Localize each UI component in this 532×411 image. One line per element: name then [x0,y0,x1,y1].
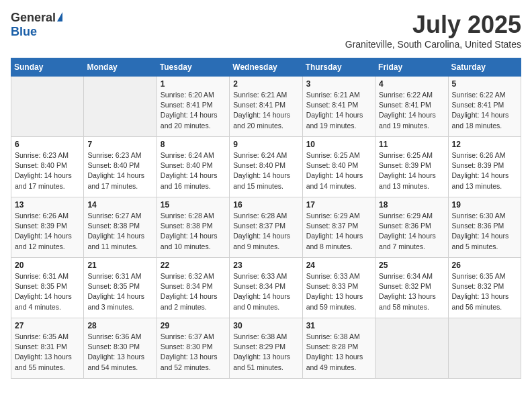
day-number: 18 [379,200,444,210]
logo-triangle-icon [57,12,62,21]
month-title: July 2025 [345,11,521,39]
location-title: Graniteville, South Carolina, United Sta… [345,39,521,50]
calendar-cell: 25Sunrise: 6:34 AM Sunset: 8:32 PM Dayli… [375,258,448,318]
calendar-week-4: 20Sunrise: 6:31 AM Sunset: 8:35 PM Dayli… [11,258,521,318]
calendar-week-3: 13Sunrise: 6:26 AM Sunset: 8:39 PM Dayli… [11,197,521,258]
calendar-cell: 2Sunrise: 6:21 AM Sunset: 8:41 PM Daylig… [230,77,302,137]
calendar-cell: 14Sunrise: 6:27 AM Sunset: 8:38 PM Dayli… [84,197,157,258]
calendar-cell: 3Sunrise: 6:21 AM Sunset: 8:41 PM Daylig… [302,77,375,137]
day-number: 26 [452,261,517,270]
calendar-cell: 26Sunrise: 6:35 AM Sunset: 8:32 PM Dayli… [448,258,521,318]
logo: General Blue [11,11,62,39]
calendar-cell: 8Sunrise: 6:24 AM Sunset: 8:40 PM Daylig… [157,137,229,197]
calendar-cell: 7Sunrise: 6:23 AM Sunset: 8:40 PM Daylig… [84,137,157,197]
calendar-cell: 30Sunrise: 6:38 AM Sunset: 8:29 PM Dayli… [230,318,302,379]
day-detail: Sunrise: 6:35 AM Sunset: 8:31 PM Dayligh… [15,332,80,373]
calendar-week-5: 27Sunrise: 6:35 AM Sunset: 8:31 PM Dayli… [11,318,521,379]
day-number: 19 [452,200,517,210]
day-number: 20 [15,261,80,270]
day-detail: Sunrise: 6:23 AM Sunset: 8:40 PM Dayligh… [15,150,80,191]
calendar-cell: 17Sunrise: 6:29 AM Sunset: 8:37 PM Dayli… [302,197,375,258]
day-detail: Sunrise: 6:27 AM Sunset: 8:38 PM Dayligh… [87,211,152,252]
day-number: 25 [379,261,444,270]
calendar-cell: 5Sunrise: 6:22 AM Sunset: 8:41 PM Daylig… [448,77,521,137]
day-number: 8 [161,140,226,149]
day-number: 11 [379,140,444,149]
calendar-week-2: 6Sunrise: 6:23 AM Sunset: 8:40 PM Daylig… [11,137,521,197]
day-number: 2 [233,79,298,89]
day-detail: Sunrise: 6:30 AM Sunset: 8:36 PM Dayligh… [452,211,517,252]
calendar-cell: 16Sunrise: 6:28 AM Sunset: 8:37 PM Dayli… [230,197,302,258]
day-detail: Sunrise: 6:21 AM Sunset: 8:41 PM Dayligh… [306,90,371,131]
day-detail: Sunrise: 6:38 AM Sunset: 8:29 PM Dayligh… [233,332,298,373]
day-number: 30 [233,321,298,330]
day-detail: Sunrise: 6:34 AM Sunset: 8:32 PM Dayligh… [379,271,444,312]
weekday-row: SundayMondayTuesdayWednesdayThursdayFrid… [11,58,521,77]
day-number: 15 [161,200,226,210]
day-number: 16 [233,200,298,210]
calendar-cell [11,77,84,137]
calendar-cell: 6Sunrise: 6:23 AM Sunset: 8:40 PM Daylig… [11,137,84,197]
day-number: 6 [15,140,80,149]
calendar-cell: 10Sunrise: 6:25 AM Sunset: 8:40 PM Dayli… [302,137,375,197]
day-number: 23 [233,261,298,270]
day-number: 21 [87,261,152,270]
calendar-cell: 12Sunrise: 6:26 AM Sunset: 8:39 PM Dayli… [448,137,521,197]
weekday-header-sunday: Sunday [11,58,84,77]
day-number: 4 [379,79,444,89]
day-number: 24 [306,261,371,270]
day-number: 14 [87,200,152,210]
weekday-header-monday: Monday [84,58,157,77]
day-number: 17 [306,200,371,210]
day-detail: Sunrise: 6:22 AM Sunset: 8:41 PM Dayligh… [379,90,444,131]
calendar-cell: 24Sunrise: 6:33 AM Sunset: 8:33 PM Dayli… [302,258,375,318]
calendar-cell: 23Sunrise: 6:33 AM Sunset: 8:34 PM Dayli… [230,258,302,318]
calendar-cell: 29Sunrise: 6:37 AM Sunset: 8:30 PM Dayli… [157,318,229,379]
weekday-header-saturday: Saturday [448,58,521,77]
weekday-header-friday: Friday [375,58,448,77]
day-detail: Sunrise: 6:31 AM Sunset: 8:35 PM Dayligh… [87,271,152,312]
calendar-week-1: 1Sunrise: 6:20 AM Sunset: 8:41 PM Daylig… [11,77,521,137]
calendar-cell [84,77,157,137]
day-detail: Sunrise: 6:28 AM Sunset: 8:37 PM Dayligh… [233,211,298,252]
day-detail: Sunrise: 6:24 AM Sunset: 8:40 PM Dayligh… [233,150,298,191]
page-header: General Blue July 2025 Graniteville, Sou… [11,11,521,50]
day-detail: Sunrise: 6:32 AM Sunset: 8:34 PM Dayligh… [161,271,226,312]
calendar-cell: 22Sunrise: 6:32 AM Sunset: 8:34 PM Dayli… [157,258,229,318]
title-block: July 2025 Graniteville, South Carolina, … [345,11,521,50]
day-number: 10 [306,140,371,149]
day-detail: Sunrise: 6:33 AM Sunset: 8:34 PM Dayligh… [233,271,298,312]
day-number: 1 [161,79,226,89]
day-number: 5 [452,79,517,89]
calendar-cell: 13Sunrise: 6:26 AM Sunset: 8:39 PM Dayli… [11,197,84,258]
weekday-header-wednesday: Wednesday [230,58,302,77]
calendar-cell: 31Sunrise: 6:38 AM Sunset: 8:28 PM Dayli… [302,318,375,379]
day-detail: Sunrise: 6:24 AM Sunset: 8:40 PM Dayligh… [161,150,226,191]
day-number: 13 [15,200,80,210]
calendar-cell: 19Sunrise: 6:30 AM Sunset: 8:36 PM Dayli… [448,197,521,258]
day-detail: Sunrise: 6:26 AM Sunset: 8:39 PM Dayligh… [452,150,517,191]
logo-general-text: General [11,11,56,25]
day-number: 12 [452,140,517,149]
weekday-header-thursday: Thursday [302,58,375,77]
day-detail: Sunrise: 6:25 AM Sunset: 8:39 PM Dayligh… [379,150,444,191]
calendar-cell: 4Sunrise: 6:22 AM Sunset: 8:41 PM Daylig… [375,77,448,137]
calendar-cell: 20Sunrise: 6:31 AM Sunset: 8:35 PM Dayli… [11,258,84,318]
calendar-cell: 28Sunrise: 6:36 AM Sunset: 8:30 PM Dayli… [84,318,157,379]
calendar-cell [375,318,448,379]
day-number: 3 [306,79,371,89]
day-detail: Sunrise: 6:25 AM Sunset: 8:40 PM Dayligh… [306,150,371,191]
day-detail: Sunrise: 6:23 AM Sunset: 8:40 PM Dayligh… [87,150,152,191]
day-detail: Sunrise: 6:36 AM Sunset: 8:30 PM Dayligh… [87,332,152,373]
day-detail: Sunrise: 6:29 AM Sunset: 8:36 PM Dayligh… [379,211,444,252]
calendar-cell: 15Sunrise: 6:28 AM Sunset: 8:38 PM Dayli… [157,197,229,258]
day-detail: Sunrise: 6:31 AM Sunset: 8:35 PM Dayligh… [15,271,80,312]
calendar-cell [448,318,521,379]
calendar-header: SundayMondayTuesdayWednesdayThursdayFrid… [11,58,521,77]
calendar-body: 1Sunrise: 6:20 AM Sunset: 8:41 PM Daylig… [11,77,521,379]
day-detail: Sunrise: 6:37 AM Sunset: 8:30 PM Dayligh… [161,332,226,373]
day-number: 27 [15,321,80,330]
day-number: 28 [87,321,152,330]
day-detail: Sunrise: 6:22 AM Sunset: 8:41 PM Dayligh… [452,90,517,131]
day-detail: Sunrise: 6:21 AM Sunset: 8:41 PM Dayligh… [233,90,298,131]
